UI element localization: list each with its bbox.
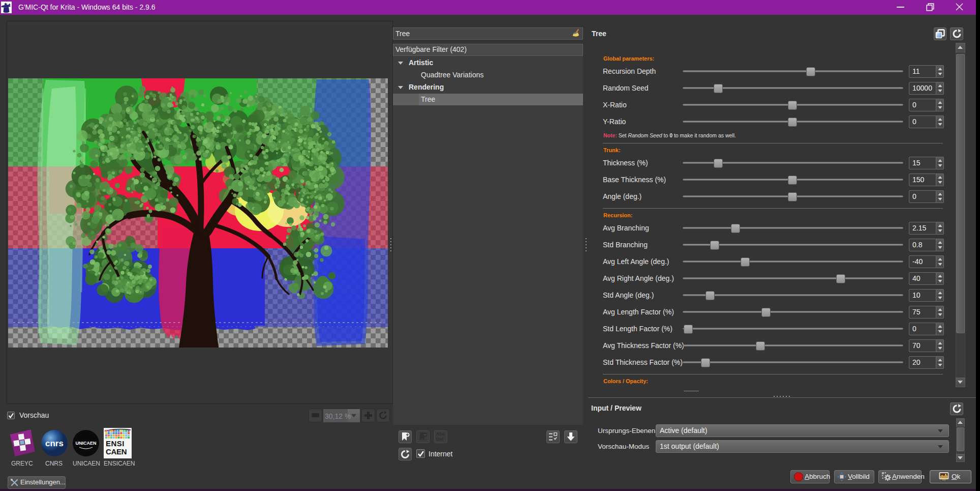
svg-text:UNICAEN: UNICAEN — [75, 441, 96, 446]
svg-text:cnrs: cnrs — [45, 439, 64, 448]
svg-text:ENSI: ENSI — [106, 439, 125, 448]
svg-text:CAEN: CAEN — [106, 447, 127, 456]
